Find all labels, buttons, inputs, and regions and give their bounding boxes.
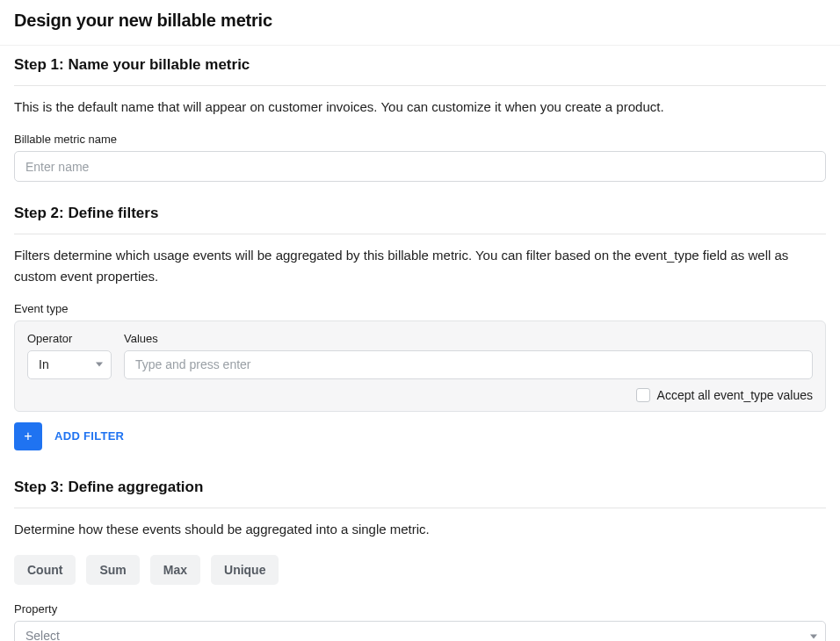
add-filter-button[interactable]: + <box>14 422 42 450</box>
accept-all-checkbox[interactable] <box>636 388 650 402</box>
step-3-description: Determine how these events should be agg… <box>14 519 826 539</box>
page-title: Design your new billable metric <box>14 11 826 31</box>
aggregation-option-unique[interactable]: Unique <box>211 555 279 585</box>
property-label: Property <box>14 602 826 616</box>
step-1-description: This is the default name that will appea… <box>14 97 826 117</box>
step-1: Step 1: Name your billable metric This i… <box>14 56 826 182</box>
step-1-heading: Step 1: Name your billable metric <box>14 56 826 86</box>
operator-label: Operator <box>27 332 112 345</box>
metric-name-label: Billable metric name <box>14 133 826 146</box>
values-label: Values <box>124 332 813 345</box>
property-select[interactable]: Select <box>14 621 826 641</box>
property-placeholder: Select <box>25 629 60 642</box>
aggregation-option-sum[interactable]: Sum <box>86 555 139 585</box>
page-header: Design your new billable metric <box>0 0 840 46</box>
step-2-description: Filters determine which usage events wil… <box>14 245 826 286</box>
step-3: Step 3: Define aggregation Determine how… <box>14 479 826 641</box>
event-type-label: Event type <box>14 302 826 315</box>
event-type-filter-card: Operator In Values <box>14 320 826 412</box>
accept-all-label: Accept all event_type values <box>657 388 813 402</box>
values-input[interactable] <box>124 350 813 379</box>
step-2-heading: Step 2: Define filters <box>14 205 826 234</box>
plus-icon: + <box>24 429 32 443</box>
content-scroll[interactable]: Step 1: Name your billable metric This i… <box>0 46 840 641</box>
aggregation-options: Count Sum Max Unique <box>14 555 826 585</box>
operator-value: In <box>39 357 49 371</box>
operator-select[interactable]: In <box>27 350 112 379</box>
aggregation-option-count[interactable]: Count <box>14 555 76 585</box>
metric-name-input[interactable] <box>14 151 826 182</box>
aggregation-option-max[interactable]: Max <box>150 555 200 585</box>
add-filter-label[interactable]: ADD FILTER <box>54 429 124 443</box>
step-3-heading: Step 3: Define aggregation <box>14 479 826 508</box>
step-2: Step 2: Define filters Filters determine… <box>14 205 826 450</box>
